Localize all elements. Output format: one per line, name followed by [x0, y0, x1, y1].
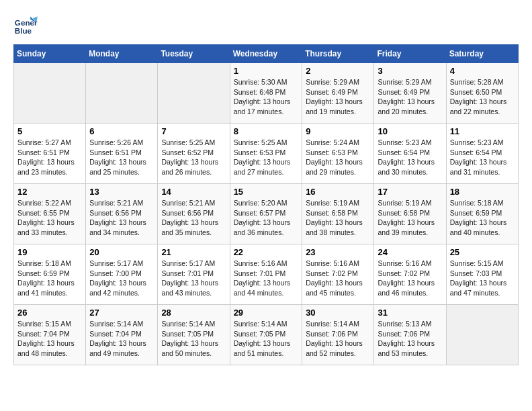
day-info: Sunrise: 5:23 AMSunset: 6:54 PMDaylight:… [450, 138, 515, 177]
day-cell: 14Sunrise: 5:21 AMSunset: 6:56 PMDayligh… [158, 184, 230, 244]
svg-text:Blue: Blue [15, 26, 32, 35]
day-number: 27 [89, 308, 154, 318]
day-cell: 12Sunrise: 5:22 AMSunset: 6:55 PMDayligh… [14, 184, 86, 244]
day-cell: 11Sunrise: 5:23 AMSunset: 6:54 PMDayligh… [446, 124, 518, 184]
day-cell: 2Sunrise: 5:29 AMSunset: 6:49 PMDaylight… [302, 63, 374, 124]
day-number: 18 [450, 187, 515, 197]
day-cell: 28Sunrise: 5:14 AMSunset: 7:05 PMDayligh… [158, 305, 230, 365]
day-cell [86, 63, 158, 124]
header-sunday: Sunday [14, 45, 86, 63]
header-monday: Monday [86, 45, 158, 63]
day-info: Sunrise: 5:29 AMSunset: 6:49 PMDaylight:… [378, 77, 442, 117]
day-number: 31 [378, 308, 442, 318]
day-info: Sunrise: 5:19 AMSunset: 6:58 PMDaylight:… [306, 198, 370, 238]
day-info: Sunrise: 5:26 AMSunset: 6:51 PMDaylight:… [89, 138, 154, 177]
day-cell: 3Sunrise: 5:29 AMSunset: 6:49 PMDaylight… [374, 63, 446, 124]
day-number: 22 [234, 247, 299, 257]
day-cell: 13Sunrise: 5:21 AMSunset: 6:56 PMDayligh… [86, 184, 158, 244]
day-info: Sunrise: 5:14 AMSunset: 7:04 PMDaylight:… [89, 319, 154, 359]
day-number: 19 [17, 247, 82, 257]
page-header: General Blue [13, 13, 519, 38]
day-number: 13 [89, 187, 154, 197]
day-number: 11 [450, 126, 515, 136]
day-cell: 9Sunrise: 5:24 AMSunset: 6:53 PMDaylight… [302, 124, 374, 184]
day-cell [158, 63, 230, 124]
day-number: 21 [161, 247, 226, 257]
day-cell [446, 305, 518, 365]
day-info: Sunrise: 5:16 AMSunset: 7:02 PMDaylight:… [378, 259, 442, 298]
day-info: Sunrise: 5:30 AMSunset: 6:48 PMDaylight:… [234, 77, 299, 117]
day-cell: 8Sunrise: 5:25 AMSunset: 6:53 PMDaylight… [230, 124, 302, 184]
day-info: Sunrise: 5:21 AMSunset: 6:56 PMDaylight:… [89, 198, 154, 238]
day-number: 5 [17, 126, 82, 136]
day-info: Sunrise: 5:29 AMSunset: 6:49 PMDaylight:… [306, 77, 370, 117]
day-number: 16 [306, 187, 370, 197]
day-number: 20 [89, 247, 154, 257]
calendar-header: SundayMondayTuesdayWednesdayThursdayFrid… [14, 45, 519, 63]
day-cell: 16Sunrise: 5:19 AMSunset: 6:58 PMDayligh… [302, 184, 374, 244]
day-cell: 22Sunrise: 5:16 AMSunset: 7:01 PMDayligh… [230, 244, 302, 305]
day-info: Sunrise: 5:18 AMSunset: 6:59 PMDaylight:… [450, 198, 515, 238]
day-cell: 24Sunrise: 5:16 AMSunset: 7:02 PMDayligh… [374, 244, 446, 305]
day-number: 1 [234, 66, 299, 76]
week-row-1: 1Sunrise: 5:30 AMSunset: 6:48 PMDaylight… [14, 63, 519, 124]
day-info: Sunrise: 5:15 AMSunset: 7:03 PMDaylight:… [450, 259, 515, 298]
day-number: 24 [378, 247, 442, 257]
day-info: Sunrise: 5:24 AMSunset: 6:53 PMDaylight:… [306, 138, 370, 177]
day-number: 12 [17, 187, 82, 197]
day-cell: 30Sunrise: 5:14 AMSunset: 7:06 PMDayligh… [302, 305, 374, 365]
day-info: Sunrise: 5:17 AMSunset: 7:00 PMDaylight:… [89, 259, 154, 298]
day-info: Sunrise: 5:16 AMSunset: 7:02 PMDaylight:… [306, 259, 370, 298]
day-number: 25 [450, 247, 515, 257]
day-cell: 6Sunrise: 5:26 AMSunset: 6:51 PMDaylight… [86, 124, 158, 184]
day-cell [14, 63, 86, 124]
logo-icon: General Blue [13, 13, 38, 38]
week-row-5: 26Sunrise: 5:15 AMSunset: 7:04 PMDayligh… [14, 305, 519, 365]
day-info: Sunrise: 5:14 AMSunset: 7:05 PMDaylight:… [161, 319, 226, 359]
day-number: 29 [234, 308, 299, 318]
day-cell: 18Sunrise: 5:18 AMSunset: 6:59 PMDayligh… [446, 184, 518, 244]
day-number: 30 [306, 308, 370, 318]
day-number: 8 [234, 126, 299, 136]
day-info: Sunrise: 5:14 AMSunset: 7:05 PMDaylight:… [234, 319, 299, 359]
day-cell: 29Sunrise: 5:14 AMSunset: 7:05 PMDayligh… [230, 305, 302, 365]
day-cell: 10Sunrise: 5:23 AMSunset: 6:54 PMDayligh… [374, 124, 446, 184]
day-cell: 4Sunrise: 5:28 AMSunset: 6:50 PMDaylight… [446, 63, 518, 124]
header-tuesday: Tuesday [158, 45, 230, 63]
day-cell: 20Sunrise: 5:17 AMSunset: 7:00 PMDayligh… [86, 244, 158, 305]
day-info: Sunrise: 5:25 AMSunset: 6:52 PMDaylight:… [161, 138, 226, 177]
day-number: 2 [306, 66, 370, 76]
day-number: 23 [306, 247, 370, 257]
day-cell: 15Sunrise: 5:20 AMSunset: 6:57 PMDayligh… [230, 184, 302, 244]
header-friday: Friday [374, 45, 446, 63]
calendar-table: SundayMondayTuesdayWednesdayThursdayFrid… [13, 44, 519, 365]
day-number: 15 [234, 187, 299, 197]
day-info: Sunrise: 5:14 AMSunset: 7:06 PMDaylight:… [306, 319, 370, 359]
day-info: Sunrise: 5:28 AMSunset: 6:50 PMDaylight:… [450, 77, 515, 117]
day-number: 10 [378, 126, 442, 136]
day-cell: 17Sunrise: 5:19 AMSunset: 6:58 PMDayligh… [374, 184, 446, 244]
day-cell: 19Sunrise: 5:18 AMSunset: 6:59 PMDayligh… [14, 244, 86, 305]
week-row-2: 5Sunrise: 5:27 AMSunset: 6:51 PMDaylight… [14, 124, 519, 184]
day-cell: 21Sunrise: 5:17 AMSunset: 7:01 PMDayligh… [158, 244, 230, 305]
day-cell: 31Sunrise: 5:13 AMSunset: 7:06 PMDayligh… [374, 305, 446, 365]
day-cell: 26Sunrise: 5:15 AMSunset: 7:04 PMDayligh… [14, 305, 86, 365]
calendar-body: 1Sunrise: 5:30 AMSunset: 6:48 PMDaylight… [14, 63, 519, 365]
day-cell: 25Sunrise: 5:15 AMSunset: 7:03 PMDayligh… [446, 244, 518, 305]
week-row-3: 12Sunrise: 5:22 AMSunset: 6:55 PMDayligh… [14, 184, 519, 244]
day-info: Sunrise: 5:21 AMSunset: 6:56 PMDaylight:… [161, 198, 226, 238]
day-number: 4 [450, 66, 515, 76]
day-info: Sunrise: 5:16 AMSunset: 7:01 PMDaylight:… [234, 259, 299, 298]
day-number: 26 [17, 308, 82, 318]
header-saturday: Saturday [446, 45, 518, 63]
day-number: 14 [161, 187, 226, 197]
day-info: Sunrise: 5:20 AMSunset: 6:57 PMDaylight:… [234, 198, 299, 238]
day-cell: 1Sunrise: 5:30 AMSunset: 6:48 PMDaylight… [230, 63, 302, 124]
day-info: Sunrise: 5:27 AMSunset: 6:51 PMDaylight:… [17, 138, 82, 177]
week-row-4: 19Sunrise: 5:18 AMSunset: 6:59 PMDayligh… [14, 244, 519, 305]
logo: General Blue [13, 13, 40, 38]
day-number: 7 [161, 126, 226, 136]
day-cell: 7Sunrise: 5:25 AMSunset: 6:52 PMDaylight… [158, 124, 230, 184]
day-info: Sunrise: 5:25 AMSunset: 6:53 PMDaylight:… [234, 138, 299, 177]
header-thursday: Thursday [302, 45, 374, 63]
